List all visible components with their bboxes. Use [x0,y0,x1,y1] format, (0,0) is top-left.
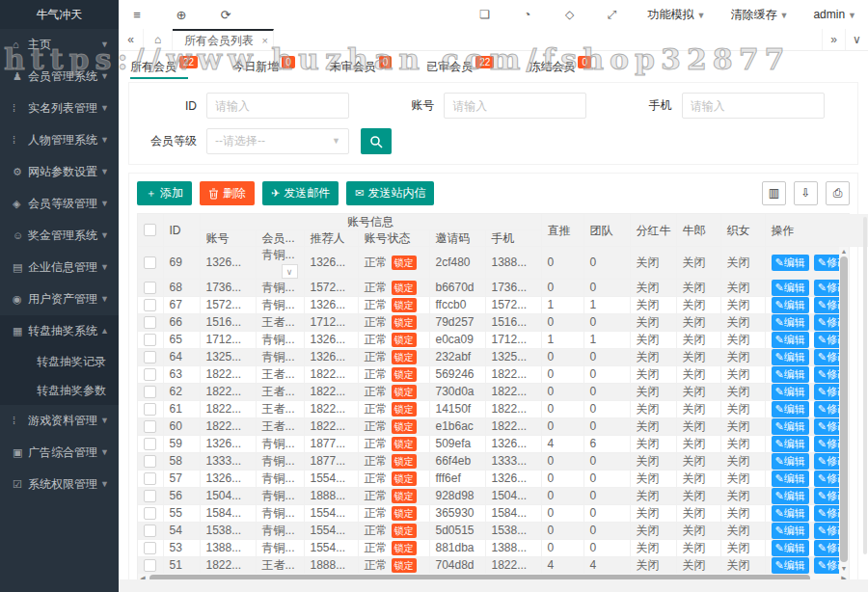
edit-button[interactable]: ✎编辑 [772,332,809,348]
row-checkbox[interactable] [144,316,156,329]
row-checkbox[interactable] [144,403,156,416]
edit-button[interactable]: ✎编辑 [772,471,809,487]
lock-button[interactable]: 锁定 [392,333,417,347]
edit-button[interactable]: ✎编辑 [772,280,809,296]
stat-tab-2[interactable]: 未审会员0 [330,59,393,79]
tabs-scroll-right-icon[interactable]: » [822,29,845,50]
row-checkbox[interactable] [144,282,156,294]
table-vertical-scrollbar[interactable]: ▲ ▼ [839,247,849,574]
edit-button[interactable]: ✎编辑 [772,401,809,417]
lock-button[interactable]: 锁定 [392,385,417,399]
menu-clear-cache[interactable]: 清除缓存▼ [730,7,788,23]
row-checkbox[interactable] [144,438,156,450]
sidebar-toggle-icon[interactable]: ≡ [130,8,144,22]
export-icon[interactable]: ⇩ [794,181,818,205]
lock-button[interactable]: 锁定 [392,402,417,417]
row-checkbox[interactable] [144,386,156,398]
row-checkbox[interactable] [144,420,156,433]
account-input[interactable] [444,93,586,119]
sidebar-item-enterprise[interactable]: ▤企业信息管理▼ [0,252,119,283]
globe-icon[interactable]: ⊕ [175,8,188,22]
edit-button[interactable]: ✎编辑 [772,297,809,313]
lock-button[interactable]: 锁定 [392,298,417,312]
menu-admin[interactable]: admin▼ [813,8,856,21]
stat-tab-1[interactable]: 今日新增0 [232,59,295,79]
tab-member-list[interactable]: 所有会员列表× [173,29,274,50]
lock-button[interactable]: 锁定 [392,558,417,573]
edit-button[interactable]: ✎编辑 [772,505,809,522]
row-checkbox[interactable] [144,334,156,346]
lock-button[interactable]: 锁定 [392,256,417,270]
sidebar-item-game-data[interactable]: ⁞游戏资料管理▼ [0,405,119,437]
sidebar-item-site-params[interactable]: ⚙网站参数设置▼ [0,156,119,188]
lock-button[interactable]: 锁定 [392,471,417,486]
edit-button[interactable]: ✎编辑 [772,255,809,271]
row-checkbox[interactable] [144,525,156,537]
stat-tab-0[interactable]: 所有会员22 [130,59,198,79]
lock-button[interactable]: 锁定 [392,419,417,434]
print-icon[interactable]: ⎙ [826,181,850,205]
id-input[interactable] [206,93,349,119]
edit-button[interactable]: ✎编辑 [772,523,809,539]
column-filter-icon[interactable]: ▥ [762,181,786,205]
lock-button[interactable]: 锁定 [392,315,417,330]
lock-button[interactable]: 锁定 [392,506,417,521]
sidebar-item-home[interactable]: ⌂主页▼ [0,29,119,61]
search-button[interactable] [361,128,392,154]
add-button[interactable]: ＋添加 [137,181,192,205]
lock-button[interactable]: 锁定 [392,437,417,451]
sidebar-item-member-level[interactable]: ◈会员等级管理▼ [0,188,119,220]
lock-button[interactable]: 锁定 [392,541,417,555]
edit-button[interactable]: ✎编辑 [772,366,809,383]
send-mail-button[interactable]: ✈发送邮件 [262,181,339,205]
level-select[interactable]: --请选择--▼ [206,128,349,154]
edit-button[interactable]: ✎编辑 [772,314,809,331]
delete-button[interactable]: 删除 [200,181,255,205]
level-dropdown-icon[interactable]: ∨ [282,264,298,279]
lock-button[interactable]: 锁定 [392,350,417,364]
row-checkbox[interactable] [144,472,156,485]
sidebar-item-bonus[interactable]: ☺奖金管理系统▼ [0,220,119,252]
row-checkbox[interactable] [144,455,156,468]
scroll-down-icon[interactable]: ▼ [839,564,849,574]
theme-icon[interactable]: ◔ [521,8,534,21]
menu-simulate[interactable]: 功能模拟▼ [648,7,706,23]
close-icon[interactable]: × [262,35,268,46]
row-checkbox[interactable] [144,256,156,269]
edit-button[interactable]: ✎编辑 [772,349,809,365]
stat-tab-4[interactable]: 冻结会员0 [529,59,591,79]
lock-button[interactable]: 锁定 [392,489,417,503]
page-scrollbar[interactable] [863,217,867,554]
fullscreen-icon[interactable]: ⤢ [606,8,619,21]
sidebar-subitem-lottery-records[interactable]: 转盘抽奖记录 [0,347,119,376]
sidebar-item-lottery[interactable]: ▦转盘抽奖系统▲ [0,315,119,347]
home-tab-icon[interactable]: ⌂ [144,29,173,50]
sidebar-item-realname-list[interactable]: ⁞实名列表管理▼ [0,93,119,124]
lock-button[interactable]: 锁定 [392,281,417,295]
stat-tab-3[interactable]: 已审会员22 [426,59,494,79]
sidebar-item-persons[interactable]: ⁞人物管理系统▼ [0,124,119,156]
lock-button[interactable]: 锁定 [392,454,417,469]
select-all-checkbox[interactable] [144,224,156,236]
tabs-scroll-left-icon[interactable]: « [119,29,144,50]
row-checkbox[interactable] [144,542,156,554]
edit-button[interactable]: ✎编辑 [772,418,809,435]
refresh-icon[interactable]: ⟳ [219,8,232,22]
tag-icon[interactable]: ◇ [563,8,577,21]
edit-button[interactable]: ✎编辑 [772,557,809,574]
lock-button[interactable]: 锁定 [392,524,417,538]
lock-button[interactable]: 锁定 [392,367,417,382]
sidebar-item-ads[interactable]: ▣广告综合管理▼ [0,437,119,469]
sidebar-item-members[interactable]: ♟会员管理系统▼ [0,61,119,93]
phone-input[interactable] [682,93,825,119]
row-checkbox[interactable] [144,507,156,520]
edit-button[interactable]: ✎编辑 [772,384,809,400]
edit-button[interactable]: ✎编辑 [772,540,809,556]
sidebar-item-user-assets[interactable]: ◉用户资产管理▼ [0,283,119,315]
row-checkbox[interactable] [144,559,156,572]
row-checkbox[interactable] [144,299,156,311]
row-checkbox[interactable] [144,490,156,502]
send-message-button[interactable]: ✉发送站内信 [346,181,434,205]
row-checkbox[interactable] [144,368,156,381]
edit-button[interactable]: ✎编辑 [772,436,809,452]
